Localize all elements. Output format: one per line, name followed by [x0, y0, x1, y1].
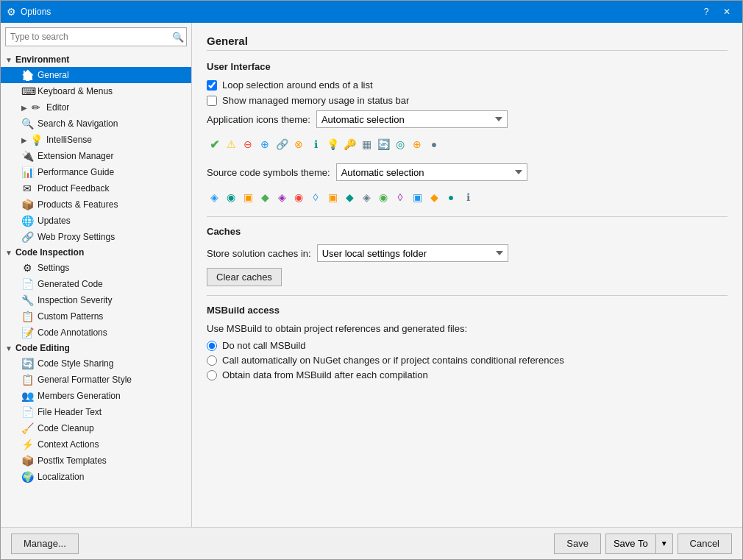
sidebar-item-keyboard-label: Keyboard & Menus [38, 86, 113, 96]
group-code-editing: ▼ Code Editing 🔄 Code Style Sharing 📋 Ge… [1, 341, 191, 485]
sidebar-item-settings-label: Settings [38, 263, 69, 273]
sidebar-item-extension-manager[interactable]: 🔌 Extension Manager [1, 148, 191, 164]
group-code-editing-items: 🔄 Code Style Sharing 📋 General Formatter… [1, 355, 191, 485]
options-dialog: ⚙ Options ? ✕ 🔍 ▼ Environment [0, 0, 743, 560]
help-button[interactable]: ? [697, 4, 716, 19]
sidebar-item-product-feedback[interactable]: ✉ Product Feedback [1, 180, 191, 196]
proxy-icon: 🔗 [21, 231, 33, 243]
sidebar-item-search-navigation[interactable]: 🔍 Search & Navigation [1, 116, 191, 132]
icon-warn: ⚠ [224, 137, 238, 152]
sidebar-item-general[interactable]: 🏠 General [1, 67, 191, 83]
radio-auto-call-label[interactable]: Call automatically on NuGet changes or i… [222, 355, 564, 366]
localization-icon: 🌍 [21, 471, 33, 483]
group-code-inspection-header[interactable]: ▼ Code Inspection [1, 245, 191, 260]
icon-grid: ▦ [359, 137, 374, 152]
icon-bulb: 💡 [325, 137, 340, 152]
src-icon-5: ◈ [274, 190, 289, 205]
sidebar-item-code-style-sharing[interactable]: 🔄 Code Style Sharing [1, 355, 191, 372]
save-to-button[interactable]: Save To [605, 534, 655, 554]
source-symbols-select[interactable]: Automatic selection [336, 163, 527, 181]
sidebar-item-updates-label: Updates [38, 216, 71, 226]
radio-no-call[interactable] [207, 341, 217, 351]
radio-auto-call[interactable] [207, 355, 217, 366]
dialog-footer: Manage... Save Save To ▼ Cancel [1, 527, 742, 559]
icon-bug: ⊗ [291, 137, 306, 152]
loop-selection-checkbox[interactable] [207, 80, 217, 91]
sidebar-item-web-proxy[interactable]: 🔗 Web Proxy Settings [1, 229, 191, 245]
sidebar-item-settings[interactable]: ⚙ Settings [1, 260, 191, 276]
search-box: 🔍 [5, 27, 187, 46]
sidebar-item-keyboard-menus[interactable]: ⌨ Keyboard & Menus [1, 83, 191, 99]
context-actions-icon: ⚡ [21, 439, 33, 450]
sidebar-item-updates[interactable]: 🌐 Updates [1, 213, 191, 229]
group-code-inspection-label: Code Inspection [15, 247, 84, 258]
save-to-container: Save To ▼ [605, 534, 673, 554]
app-theme-icons-row: ✔ ⚠ ⊖ ⊕ 🔗 ⊗ ℹ 💡 🔑 ▦ 🔄 ◎ ⊕ ● [207, 134, 728, 155]
sidebar-item-code-cleanup[interactable]: 🧹 Code Cleanup [1, 420, 191, 436]
sidebar-item-localization[interactable]: 🌍 Localization [1, 469, 191, 485]
sidebar-item-general-formatter[interactable]: 📋 General Formatter Style [1, 372, 191, 388]
group-code-editing-label: Code Editing [15, 343, 70, 353]
group-code-editing-header[interactable]: ▼ Code Editing [1, 341, 191, 355]
src-icon-6: ◉ [291, 190, 306, 205]
sidebar-item-performance-guide[interactable]: 📊 Performance Guide [1, 164, 191, 180]
divider-caches [207, 216, 728, 217]
sidebar-item-postfix-templates[interactable]: 📦 Postfix Templates [1, 453, 191, 469]
src-icon-4: ◆ [257, 190, 272, 205]
sidebar-item-editor[interactable]: ▶ ✏ Editor [1, 99, 191, 116]
store-caches-select[interactable]: User local settings folder [317, 244, 508, 262]
src-icon-2: ◉ [224, 190, 238, 205]
expand-icon: ▶ [21, 104, 27, 112]
src-icon-15: ● [444, 190, 458, 205]
group-environment: ▼ Environment 🏠 General ⌨ Keyboard & Men… [1, 52, 191, 245]
radio-after-compile-label[interactable]: Obtain data from MSBuild after each comp… [222, 369, 428, 380]
sidebar-item-custom-patterns[interactable]: 📋 Custom Patterns [1, 308, 191, 325]
src-icon-10: ◈ [359, 190, 374, 205]
search-icon[interactable]: 🔍 [172, 32, 184, 43]
radio-no-call-label[interactable]: Do not call MSBuild [222, 340, 305, 351]
sidebar-item-intellisense[interactable]: ▶ 💡 IntelliSense [1, 132, 191, 148]
sidebar-item-members-generation[interactable]: 👥 Members Generation [1, 388, 191, 404]
cancel-button[interactable]: Cancel [678, 534, 732, 554]
src-icon-13: ▣ [410, 190, 424, 205]
loop-selection-label[interactable]: Loop selection around ends of a list [222, 79, 373, 91]
src-icon-14: ◆ [427, 190, 441, 205]
src-icon-16: ℹ [461, 190, 475, 205]
sidebar-item-generated-code[interactable]: 📄 Generated Code [1, 276, 191, 292]
sidebar-item-code-annotations[interactable]: 📝 Code Annotations [1, 325, 191, 341]
search-input[interactable] [5, 27, 187, 46]
msbuild-header: MSBuild access [207, 305, 728, 316]
radio-after-compile[interactable] [207, 370, 217, 380]
sidebar-item-postfix-label: Postfix Templates [38, 456, 107, 466]
src-icon-3: ▣ [241, 190, 255, 205]
editor-icon: ✏ [30, 102, 42, 113]
show-memory-checkbox[interactable] [207, 96, 217, 106]
group-environment-header[interactable]: ▼ Environment [1, 52, 191, 67]
icon-add: ⊕ [257, 137, 272, 152]
save-button[interactable]: Save [554, 534, 601, 554]
performance-icon: 📊 [21, 166, 33, 178]
clear-caches-button[interactable]: Clear caches [207, 268, 282, 286]
caches-header: Caches [207, 226, 728, 237]
close-button[interactable]: ✕ [717, 4, 736, 19]
sidebar-item-inspection-severity[interactable]: 🔧 Inspection Severity [1, 292, 191, 308]
intellisense-icon: 💡 [30, 134, 42, 146]
icon-check: ✔ [207, 137, 221, 152]
feedback-icon: ✉ [21, 182, 33, 194]
app-icons-select[interactable]: Automatic selection [316, 110, 508, 128]
sidebar-item-generated-label: Generated Code [38, 279, 103, 289]
source-theme-icons-row: ◈ ◉ ▣ ◆ ◈ ◉ ◊ ▣ ◆ ◈ ◉ ◊ ▣ ◆ ● ℹ [207, 187, 728, 208]
save-to-dropdown-button[interactable]: ▼ [655, 534, 673, 554]
keyboard-icon: ⌨ [21, 85, 33, 97]
sidebar-item-products-features[interactable]: 📦 Products & Features [1, 196, 191, 213]
src-icon-9: ◆ [342, 190, 357, 205]
sidebar-item-context-actions[interactable]: ⚡ Context Actions [1, 436, 191, 453]
icon-refresh: 🔄 [376, 137, 391, 152]
icon-dot: ● [427, 137, 441, 152]
sidebar-item-localization-label: Localization [38, 472, 84, 482]
sidebar-item-file-header[interactable]: 📄 File Header Text [1, 404, 191, 420]
show-memory-label[interactable]: Show managed memory usage in status bar [222, 95, 409, 106]
manage-button[interactable]: Manage... [11, 534, 79, 554]
src-icon-12: ◊ [393, 190, 408, 205]
chevron-down-icon-3: ▼ [5, 344, 13, 352]
